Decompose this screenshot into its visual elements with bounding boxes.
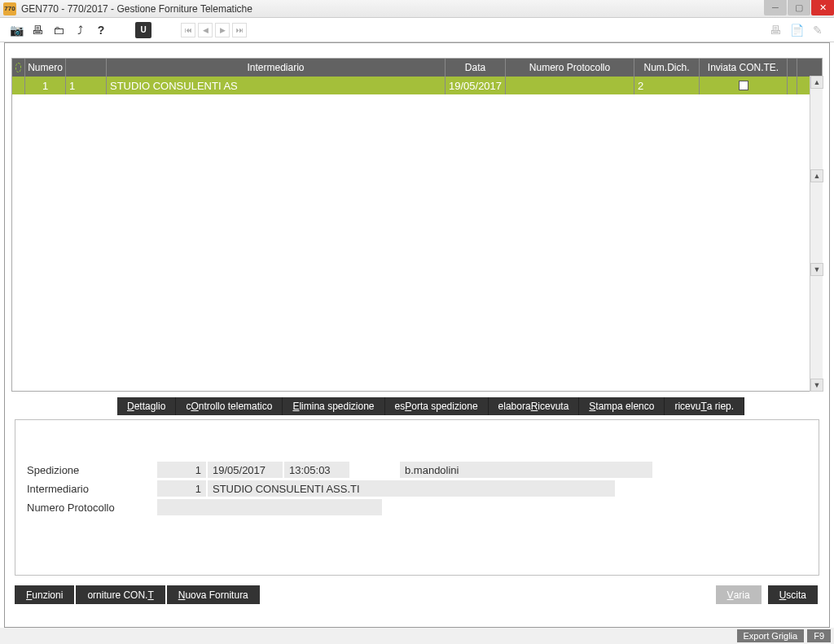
data-grid: Numero Intermediario Data Numero Protoco… xyxy=(11,58,823,392)
cell-end xyxy=(788,77,797,94)
export-griglia-button[interactable]: Export Griglia xyxy=(737,629,805,642)
window-controls: ─ ▢ ✕ xyxy=(763,0,834,15)
main-panel: Numero Intermediario Data Numero Protoco… xyxy=(4,42,830,628)
maximize-button[interactable]: ▢ xyxy=(788,0,810,15)
toolbar-right-icon-2: 📄 xyxy=(788,22,805,38)
grid-header-intermediario[interactable]: Intermediario xyxy=(107,59,446,77)
varia-button: Varia xyxy=(716,585,762,604)
cell-intermediario: STUDIO CONSULENTI AS xyxy=(107,77,446,94)
vertical-scrollbar[interactable]: ▲ ▲ ▼ ▼ xyxy=(810,76,823,392)
grid-header-blank[interactable] xyxy=(66,59,107,77)
spedizione-number-field[interactable]: 1 xyxy=(157,462,206,478)
gear-icon xyxy=(15,63,21,72)
f9-button[interactable]: F9 xyxy=(807,629,831,642)
nav-first-icon[interactable]: ⏮ xyxy=(181,23,195,37)
grid-header-row: Numero Intermediario Data Numero Protoco… xyxy=(12,59,822,77)
table-row[interactable]: 1 1 STUDIO CONSULENTI AS 19/05/2017 2 xyxy=(12,77,822,94)
bottom-right-group: Varia Uscita xyxy=(716,585,819,604)
detail-row-protocollo: Numero Protocollo xyxy=(27,498,807,516)
folder-icon[interactable]: 🗀 xyxy=(50,22,67,38)
grid-header-gear[interactable] xyxy=(12,59,25,77)
funzioni-button[interactable]: Funzioni xyxy=(15,585,74,604)
grid-header-end xyxy=(788,59,797,77)
spedizione-date-field[interactable]: 19/05/2017 xyxy=(208,462,283,478)
scroll-dbl-up-icon[interactable]: ▲ xyxy=(810,169,823,182)
scroll-dbl-down-icon[interactable]: ▼ xyxy=(810,263,823,276)
intermediario-number-field[interactable]: 1 xyxy=(157,480,206,497)
nav-prev-icon[interactable]: ◀ xyxy=(198,23,213,37)
stampa-elenco-button[interactable]: Stampa elenco xyxy=(579,397,665,415)
grid-header-numero[interactable]: Numero xyxy=(25,59,66,77)
grid-header-data[interactable]: Data xyxy=(446,59,506,77)
cell-data: 19/05/2017 xyxy=(446,77,506,94)
grid-header-numdich[interactable]: Num.Dich. xyxy=(634,59,700,77)
grid-header-protocollo[interactable]: Numero Protocollo xyxy=(506,59,634,77)
cell-seq: 1 xyxy=(66,77,107,94)
protocollo-field[interactable] xyxy=(157,499,382,515)
upload-icon[interactable]: ⤴ xyxy=(72,22,88,38)
close-button[interactable]: ✕ xyxy=(811,0,834,15)
scroll-down-icon[interactable]: ▼ xyxy=(810,379,823,392)
camera-icon[interactable]: 📷 xyxy=(8,22,24,38)
bottom-button-row: Funzioni orniture CON.T Nuova Fornitura … xyxy=(15,585,819,604)
record-nav-group: ⏮ ◀ ▶ ⏭ xyxy=(181,23,247,37)
row-marker xyxy=(12,77,25,94)
intermediario-label: Intermediario xyxy=(27,483,157,495)
minimize-button[interactable]: ─ xyxy=(764,0,787,15)
window-title: GEN770 - 770/2017 - Gestione Forniture T… xyxy=(21,3,252,15)
spedizione-user-field[interactable]: b.mandolini xyxy=(400,462,652,478)
controllo-telematico-button[interactable]: cOntrollo telematico xyxy=(176,397,283,415)
protocollo-label: Numero Protocollo xyxy=(27,502,157,514)
detail-row-spedizione: Spedizione 1 19/05/2017 13:05:03 b.mando… xyxy=(27,461,807,479)
checkbox-icon[interactable] xyxy=(739,81,748,90)
cell-numdich: 2 xyxy=(634,77,700,94)
print-icon[interactable]: 🖶 xyxy=(29,22,46,38)
nav-last-icon[interactable]: ⏭ xyxy=(232,23,247,37)
nuova-fornitura-button[interactable]: Nuova Fornitura xyxy=(167,585,260,604)
spedizione-label: Spedizione xyxy=(27,464,157,476)
ricevuta-riep-button[interactable]: ricevuTa riep. xyxy=(665,397,744,415)
elimina-spedizione-button[interactable]: Elimina spedizione xyxy=(283,397,384,415)
toolbar-box-button[interactable]: U xyxy=(135,22,151,38)
bottom-left-group: Funzioni orniture CON.T Nuova Fornitura xyxy=(15,585,261,604)
elabora-ricevuta-button[interactable]: elabora Ricevuta xyxy=(489,397,580,415)
grid-header-inviata[interactable]: Inviata CON.TE. xyxy=(700,59,788,77)
dettaglio-button[interactable]: Dettaglio xyxy=(117,397,176,415)
detail-row-intermediario: Intermediario 1 STUDIO CONSULENTI ASS.TI xyxy=(27,480,807,497)
cell-inviata[interactable] xyxy=(700,77,788,94)
cell-numero: 1 xyxy=(25,77,66,94)
forniture-conte-button[interactable]: orniture CON.T xyxy=(76,585,165,604)
uscita-button[interactable]: Uscita xyxy=(768,585,818,604)
toolbar-right-icon-1: 🖶 xyxy=(767,22,784,38)
action-button-row: Dettaglio cOntrollo telematico Elimina s… xyxy=(117,397,744,415)
app-icon: 770 xyxy=(3,2,16,15)
intermediario-name-field[interactable]: STUDIO CONSULENTI ASS.TI xyxy=(208,480,615,497)
window-titlebar: 770 GEN770 - 770/2017 - Gestione Fornitu… xyxy=(0,0,834,18)
toolbar-right-icon-3: ✎ xyxy=(810,22,826,38)
esporta-spedizione-button[interactable]: esPorta spedizione xyxy=(385,397,489,415)
status-bar: Export Griglia F9 xyxy=(0,628,834,644)
spedizione-time-field[interactable]: 13:05:03 xyxy=(284,462,349,478)
toolbar: 📷 🖶 🗀 ⤴ ? U ⏮ ◀ ▶ ⏭ 🖶 📄 ✎ xyxy=(0,18,834,42)
cell-protocollo xyxy=(506,77,634,94)
help-icon[interactable]: ? xyxy=(93,22,109,38)
nav-next-icon[interactable]: ▶ xyxy=(215,23,230,37)
detail-panel: Spedizione 1 19/05/2017 13:05:03 b.mando… xyxy=(15,419,819,576)
scroll-up-icon[interactable]: ▲ xyxy=(810,76,823,89)
